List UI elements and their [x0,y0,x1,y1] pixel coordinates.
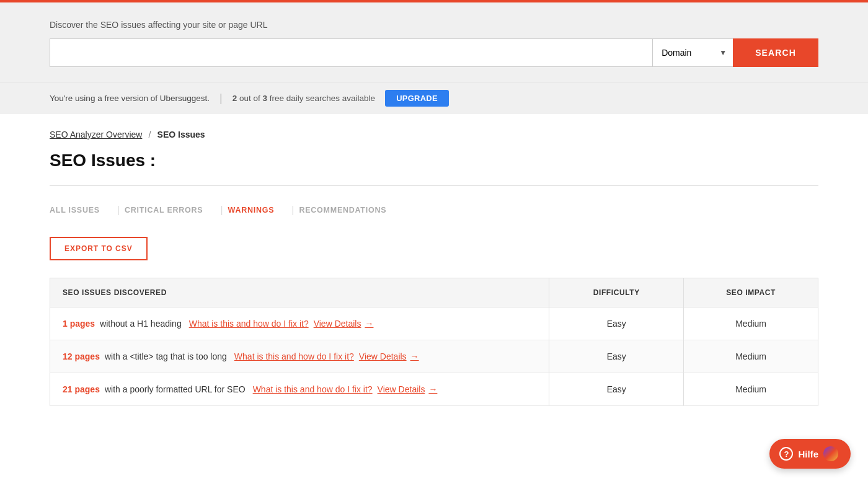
difficulty-cell-2: Easy [549,373,684,406]
help-button[interactable]: ? Hilfe [769,439,851,469]
issue-description-2: with a poorly formatted URL for SEO [105,384,246,394]
help-icon: ? [779,447,793,461]
free-version-text: You're using a free version of Ubersugge… [50,94,210,103]
bar-separator: | [219,92,223,105]
issue-description-1: with a <title> tag that is too long [105,351,227,361]
search-row: Domain URL ▼ SEARCH [50,38,818,67]
domain-select[interactable]: Domain URL [652,38,733,67]
tab-recommendations[interactable]: RECOMMENDATIONS [299,201,399,219]
export-csv-button[interactable]: EXPORT TO CSV [50,237,148,260]
tabs: ALL ISSUES | CRITICAL ERRORS | WARNINGS … [50,201,818,219]
difficulty-cell-0: Easy [549,307,684,340]
issue-text-0: 1 pageswithout a H1 headingWhat is this … [63,319,536,329]
table-row: 21 pageswith a poorly formatted URL for … [50,373,818,406]
issue-count-1[interactable]: 12 pages [63,351,100,361]
impact-cell-1: Medium [684,340,818,373]
domain-select-wrapper: Domain URL ▼ [652,38,733,67]
searches-info: 2 out of 3 free daily searches available [232,94,375,103]
tab-all-issues[interactable]: ALL ISSUES [50,201,112,219]
issues-table: SEO ISSUES DISCOVERED DIFFICULTY SEO IMP… [50,278,818,406]
breadcrumb-separator: / [148,129,151,139]
search-input[interactable] [50,38,652,67]
issue-cell-1: 12 pageswith a <title> tag that is too l… [50,340,549,373]
arrow-right-icon: → [428,384,437,394]
impact-cell-0: Medium [684,307,818,340]
main-content: SEO Analyzer Overview / SEO Issues SEO I… [0,114,868,486]
searches-suffix-text: free daily searches available [270,94,375,103]
col-header-issues: SEO ISSUES DISCOVERED [50,278,549,307]
difficulty-cell-1: Easy [549,340,684,373]
free-version-bar: You're using a free version of Ubersugge… [0,82,868,114]
issue-cell-2: 21 pageswith a poorly formatted URL for … [50,373,549,406]
breadcrumb-link[interactable]: SEO Analyzer Overview [50,130,142,139]
arrow-right-icon: → [365,319,373,329]
ubersuggest-logo-icon [823,446,838,461]
tab-separator-2: | [220,205,223,216]
page-title: SEO Issues : [50,151,818,170]
search-section: Discover the SEO issues affecting your s… [0,2,868,82]
table-row: 12 pageswith a <title> tag that is too l… [50,340,818,373]
help-label: Hilfe [798,449,818,459]
table-row: 1 pageswithout a H1 headingWhat is this … [50,307,818,340]
section-divider [50,185,818,186]
fix-link-0[interactable]: What is this and how do I fix it? [189,319,309,329]
issue-count-0[interactable]: 1 pages [63,319,95,329]
issue-text-1: 12 pageswith a <title> tag that is too l… [63,351,536,361]
breadcrumb-current: SEO Issues [157,130,205,139]
upgrade-button[interactable]: UPGRADE [385,90,449,107]
issue-text-2: 21 pageswith a poorly formatted URL for … [63,384,536,394]
col-header-difficulty: DIFFICULTY [549,278,684,307]
view-details-link-1[interactable]: View Details → [359,351,419,361]
view-details-link-0[interactable]: View Details → [314,319,374,329]
search-description: Discover the SEO issues affecting your s… [50,20,818,30]
tab-critical-errors[interactable]: CRITICAL ERRORS [125,201,215,219]
impact-cell-2: Medium [684,373,818,406]
search-button[interactable]: SEARCH [733,38,818,67]
breadcrumb: SEO Analyzer Overview / SEO Issues [50,129,818,139]
searches-total: 3 [262,94,267,103]
arrow-right-icon: → [410,351,419,361]
issue-description-0: without a H1 heading [100,319,182,329]
tab-separator-1: | [117,205,120,216]
searches-used: 2 [232,94,237,103]
col-header-impact: SEO IMPACT [684,278,818,307]
searches-out-of: out of [239,94,263,103]
fix-link-1[interactable]: What is this and how do I fix it? [234,351,354,361]
tab-warnings[interactable]: WARNINGS [228,201,287,219]
issue-cell-0: 1 pageswithout a H1 headingWhat is this … [50,307,549,340]
tab-separator-3: | [291,205,294,216]
fix-link-2[interactable]: What is this and how do I fix it? [253,384,373,394]
issue-count-2[interactable]: 21 pages [63,384,100,394]
view-details-link-2[interactable]: View Details → [378,384,438,394]
